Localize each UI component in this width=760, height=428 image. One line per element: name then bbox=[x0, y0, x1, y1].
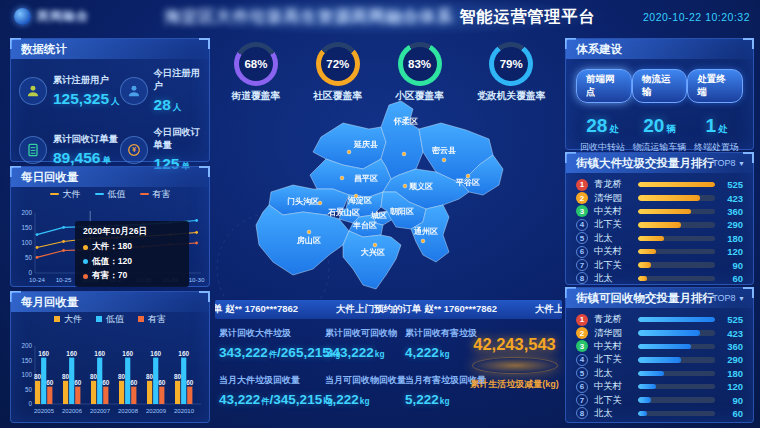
summary-cell: 当月大件垃圾回收量43,222件/345,215kg bbox=[219, 374, 340, 408]
legend-label: 大件 bbox=[64, 313, 82, 326]
panel-ranking-recyclable-title: 街镇可回收物交投量月排行 TOP8 ▼ bbox=[566, 288, 753, 308]
rank-badge: 7 bbox=[576, 259, 588, 271]
stat-value-row: 28人 bbox=[154, 96, 203, 114]
tab-物流运输[interactable]: 物流运输 bbox=[632, 69, 688, 103]
x-tick: 202007 bbox=[90, 408, 111, 414]
rank-badge: 6 bbox=[576, 381, 588, 393]
top8-select[interactable]: TOP8 ▼ bbox=[712, 288, 745, 308]
rank-bar-track bbox=[638, 344, 715, 350]
data-point bbox=[62, 249, 65, 252]
panel-ranking-large-title: 街镇大件垃圾交投量月排行 TOP8 ▼ bbox=[566, 153, 753, 173]
site-marker-dot bbox=[354, 194, 358, 198]
system-stat-number: 20 bbox=[643, 115, 664, 136]
rank-name: 北太 bbox=[594, 407, 636, 420]
gauge-percent: 83% bbox=[398, 42, 442, 86]
district-label: 密云县 bbox=[432, 145, 456, 155]
rank-bar-fill bbox=[638, 344, 691, 350]
ticker-item: 大件上门预约的订单 赵** 1760***7862 bbox=[336, 303, 497, 316]
y-tick: 50 bbox=[25, 254, 33, 261]
district-label: 丰台区 bbox=[352, 220, 377, 230]
stat-text: 今日注册用户28人 bbox=[154, 67, 203, 114]
district-label: 海淀区 bbox=[347, 196, 372, 205]
stat-value: 89,456 bbox=[53, 149, 100, 166]
rank-bar-track bbox=[638, 371, 715, 377]
summary-col-large: 累计回收大件垃圾343,222件/265,215kg当月大件垃圾回收量43,22… bbox=[219, 327, 340, 421]
y-tick: 100 bbox=[21, 239, 32, 246]
ranking-row: 7北下关90 bbox=[576, 258, 743, 271]
rank-bar-fill bbox=[638, 371, 664, 377]
ranking-large-title-text: 街镇大件垃圾交投量月排行 bbox=[576, 157, 714, 169]
order-icon bbox=[25, 142, 41, 158]
panel-system: 体系建设 前端网点物流运输处置终端 28处回收中转站20辆物流运输车辆1处终端处… bbox=[565, 38, 754, 150]
summary-number: /265,215 bbox=[277, 345, 330, 360]
system-stats: 28处回收中转站20辆物流运输车辆1处终端处置场 bbox=[566, 103, 753, 154]
ranking-row: 6中关村120 bbox=[576, 380, 743, 393]
legend-item: 有害 bbox=[138, 313, 166, 326]
summary-stats: 累计回收大件垃圾343,222件/265,215kg当月大件垃圾回收量43,22… bbox=[215, 327, 562, 425]
site-marker-dot bbox=[307, 230, 311, 234]
bar-label: 160 bbox=[94, 350, 105, 357]
rank-value: 60 bbox=[715, 408, 743, 419]
svg-text:¥: ¥ bbox=[132, 145, 136, 154]
rank-name: 青龙桥 bbox=[594, 178, 636, 191]
x-tick: 202005 bbox=[34, 408, 55, 414]
rank-name: 北下关 bbox=[594, 353, 636, 366]
bar-label: 60 bbox=[46, 379, 54, 386]
ranking-recyclable-list: 1青龙桥5252清华园4233中关村3604北下关2905北太1806中关村12… bbox=[566, 308, 753, 420]
ranking-row: 3中关村360 bbox=[576, 340, 743, 353]
rank-bar-track bbox=[638, 182, 715, 188]
rank-bar-track bbox=[638, 249, 715, 255]
user-icon bbox=[126, 83, 142, 99]
rank-value: 360 bbox=[715, 206, 743, 217]
summary-label: 累计回收可回收物 bbox=[325, 327, 406, 340]
chevron-down-icon: ▼ bbox=[738, 295, 745, 302]
rank-value: 90 bbox=[715, 395, 743, 406]
gauge-percent: 68% bbox=[234, 42, 278, 86]
rank-value: 290 bbox=[715, 354, 743, 365]
rank-badge: 8 bbox=[576, 272, 588, 284]
monthly-chart: 0501001502002020052020062020072020082020… bbox=[11, 326, 209, 422]
tab-前端网点[interactable]: 前端网点 bbox=[576, 69, 632, 103]
data-point bbox=[62, 240, 65, 243]
order-icon bbox=[19, 136, 47, 164]
bar bbox=[47, 387, 52, 404]
legend-label: 大件 bbox=[63, 188, 81, 201]
ranking-recyclable-title-text: 街镇可回收物交投量月排行 bbox=[576, 292, 714, 304]
rank-value: 120 bbox=[715, 381, 743, 392]
stat-item: 今日注册用户28人 bbox=[120, 67, 203, 114]
district-label: 怀柔区 bbox=[393, 116, 418, 126]
rank-bar-track bbox=[638, 357, 715, 363]
data-point bbox=[36, 256, 39, 259]
daily-legend: 大件低值有害 bbox=[11, 187, 209, 201]
tab-处置终端[interactable]: 处置终端 bbox=[687, 69, 743, 103]
bar-label: 80 bbox=[62, 373, 70, 380]
rank-value: 423 bbox=[715, 328, 743, 339]
site-marker-dot bbox=[318, 201, 322, 205]
legend-item: 大件 bbox=[54, 313, 82, 326]
stat-item: 累计注册用户125,325人 bbox=[19, 67, 120, 114]
tooltip-text: 大件：180 bbox=[92, 241, 132, 253]
rank-bar-fill bbox=[638, 182, 715, 188]
ranking-row: 4北下关290 bbox=[576, 218, 743, 231]
stat-value: 28 bbox=[154, 96, 171, 113]
district-daxing[interactable] bbox=[343, 231, 401, 289]
rank-bar-track bbox=[638, 262, 715, 268]
total-reduction-block: 42,243,543 累计生活垃圾减量(kg) bbox=[467, 335, 562, 391]
rank-badge: 5 bbox=[576, 232, 588, 244]
monthly-legend: 大件低值有害 bbox=[11, 312, 209, 326]
tooltip-text: 低值：120 bbox=[92, 256, 132, 268]
district-huairou[interactable] bbox=[381, 101, 423, 179]
ranking-row: 8北太60 bbox=[576, 407, 743, 420]
daily-chart: 05010015020010-2410-2510-2610-2710-2810-… bbox=[11, 201, 209, 288]
bar-label: 80 bbox=[118, 373, 126, 380]
chart-tooltip: 2020年10月26日 大件：180低值：120有害：70 bbox=[75, 221, 189, 287]
top8-select[interactable]: TOP8 ▼ bbox=[712, 153, 745, 173]
bar bbox=[63, 381, 68, 404]
ranking-row: 2清华园423 bbox=[576, 326, 743, 339]
bar-label: 60 bbox=[74, 379, 82, 386]
map-svg: 延庆县怀柔区密云县平谷区昌平区顺义区门头沟区海淀区石景山区城区朝阳区丰台区通州区… bbox=[215, 97, 562, 299]
site-marker-dot bbox=[442, 158, 446, 162]
rank-badge: 1 bbox=[576, 314, 588, 326]
user-icon bbox=[120, 77, 148, 105]
dashboard-root: 两网融合 海淀区大件垃圾再生资源两网融合体系 智能运营管理平台 2020-10-… bbox=[0, 0, 760, 428]
